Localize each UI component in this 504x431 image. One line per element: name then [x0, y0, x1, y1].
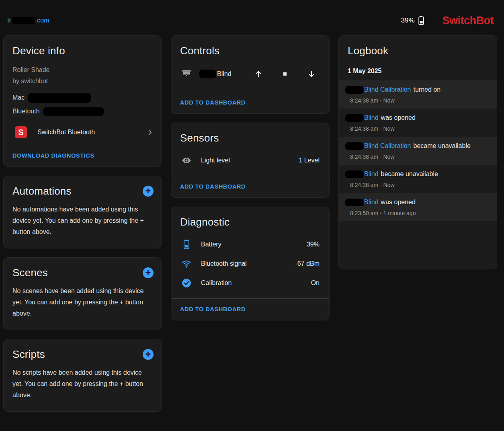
- battery-status: 39%: [401, 15, 424, 26]
- logbook-action: turned on: [414, 85, 441, 94]
- blind-entity-label: Blind: [217, 70, 232, 78]
- roller-shade-icon: [181, 68, 192, 80]
- redacted-entity-prefix: [345, 86, 364, 94]
- logbook-time: 8:24:38 am - Now: [345, 182, 490, 188]
- battery-row[interactable]: Battery 39%: [171, 235, 329, 254]
- logbook-entry: Blind Calibration turned on 8:24:38 am -…: [339, 80, 497, 109]
- diagnostic-name: Calibration: [201, 279, 232, 287]
- mac-label: Mac: [12, 91, 25, 105]
- logbook-entity-link[interactable]: Blind Calibration: [364, 85, 411, 94]
- automations-title: Automations: [12, 185, 72, 197]
- scripts-empty-text: No scripts have been added using this de…: [4, 365, 162, 411]
- right-column: Logbook 1 May 2025 Blind Calibration tur…: [338, 35, 497, 269]
- integration-switchbot-bluetooth[interactable]: S SwitchBot Bluetooth: [4, 120, 162, 145]
- blind-control-row: Blind: [171, 61, 329, 92]
- open-cover-button[interactable]: [250, 66, 266, 82]
- sensor-value: 1 Level: [299, 157, 320, 164]
- logbook-time: 8:24:38 am - Now: [345, 125, 490, 132]
- url-suffix: .com: [35, 17, 49, 24]
- logbook-entity-link[interactable]: Blind: [364, 197, 379, 207]
- top-bar: Ir .com 39% SwitchBot: [0, 0, 504, 35]
- logbook-action: was opened: [381, 113, 416, 123]
- automations-empty-text: No automations have been added using thi…: [4, 201, 162, 248]
- logbook-entry: Blind was opened 8:24:38 am - Now: [339, 109, 497, 137]
- device-info-card: Device info Roller Shade by switchbot Ma…: [3, 35, 162, 167]
- logbook-entry: Blind became unavailable 8:24:38 am - No…: [339, 165, 497, 193]
- diagnostic-title: Diagnostic: [171, 207, 329, 232]
- add-scene-button[interactable]: +: [143, 267, 154, 278]
- logbook-action: became unavailable: [414, 141, 471, 151]
- redacted-entity-prefix: [345, 114, 364, 122]
- eye-icon: [181, 155, 192, 166]
- diagnostic-value: 39%: [307, 241, 320, 248]
- diagnostic-name: Bluetooth signal: [201, 260, 247, 267]
- redacted-mac-address: [28, 93, 91, 103]
- logbook-time: 8:24:38 am - Now: [345, 154, 490, 160]
- device-manufacturer: by switchbot: [12, 76, 153, 87]
- device-info-body: Roller Shade by switchbot Mac Bluetooth: [4, 61, 162, 120]
- battery-icon: [418, 15, 425, 26]
- diagnostic-actions: ADD TO DASHBOARD: [171, 298, 329, 320]
- logbook-entity-link[interactable]: Blind: [364, 113, 379, 123]
- diagnostic-value: -67 dBm: [295, 260, 320, 267]
- redacted-url: [12, 17, 35, 24]
- redacted-entity-prefix: [345, 142, 364, 150]
- bluetooth-signal-icon: [181, 259, 192, 269]
- automations-card: Automations + No automations have been a…: [3, 176, 162, 248]
- battery-percent: 39%: [401, 16, 414, 25]
- calibration-row[interactable]: Calibration On: [171, 273, 329, 293]
- scripts-card: Scripts + No scripts have been added usi…: [3, 339, 162, 412]
- battery-icon: [181, 239, 192, 250]
- sensors-title: Sensors: [171, 123, 329, 148]
- bluetooth-line: Bluetooth: [12, 105, 153, 118]
- scripts-title: Scripts: [12, 348, 45, 361]
- main-grid: Device info Roller Shade by switchbot Ma…: [0, 35, 504, 412]
- redacted-bluetooth-address: [43, 107, 104, 116]
- scenes-title: Scenes: [12, 267, 48, 279]
- mac-line: Mac: [12, 91, 153, 105]
- download-diagnostics-button[interactable]: DOWNLOAD DIAGNOSTICS: [12, 152, 94, 159]
- device-info-actions: DOWNLOAD DIAGNOSTICS: [4, 145, 162, 166]
- bluetooth-label: Bluetooth: [12, 105, 40, 118]
- url-prefix: Ir: [7, 17, 11, 24]
- diagnostic-card: Diagnostic Battery 39%: [171, 207, 330, 320]
- controls-add-to-dashboard-button[interactable]: ADD TO DASHBOARD: [180, 99, 246, 106]
- logbook-date-header: 1 May 2025: [339, 61, 497, 80]
- add-script-button[interactable]: +: [143, 349, 154, 360]
- logbook-entity-link[interactable]: Blind: [364, 169, 379, 179]
- logbook-entries: Blind Calibration turned on 8:24:38 am -…: [339, 80, 497, 221]
- logbook-action: became unavailable: [381, 169, 438, 179]
- middle-column: Controls Blind: [171, 35, 330, 320]
- light-level-row[interactable]: Light level 1 Level: [171, 151, 329, 170]
- logbook-time: 8:23:50 am - 1 minute ago: [345, 210, 490, 216]
- sensor-name: Light level: [201, 157, 230, 164]
- close-cover-button[interactable]: [303, 66, 320, 82]
- switchbot-integration-logo: S: [15, 126, 27, 138]
- sensors-card: Sensors Light level 1 Level ADD TO DASHB…: [171, 123, 330, 198]
- redacted-entity-prefix: [345, 199, 364, 206]
- scenes-card: Scenes + No scenes have been added using…: [3, 257, 162, 330]
- logbook-entry: Blind was opened 8:23:50 am - 1 minute a…: [339, 193, 497, 221]
- diagnostic-add-to-dashboard-button[interactable]: ADD TO DASHBOARD: [180, 306, 246, 312]
- bluetooth-signal-row[interactable]: Bluetooth signal -67 dBm: [171, 254, 329, 273]
- redacted-entity-name: [199, 70, 216, 78]
- switchbot-logo: SwitchBot: [443, 14, 494, 27]
- stop-cover-button[interactable]: [277, 66, 293, 82]
- integration-name: SwitchBot Bluetooth: [37, 129, 140, 136]
- controls-actions: ADD TO DASHBOARD: [171, 92, 329, 113]
- logbook-entry: Blind Calibration became unavailable 8:2…: [339, 137, 497, 165]
- diagnostic-value: On: [311, 279, 320, 287]
- logbook-entity-link[interactable]: Blind Calibration: [364, 141, 411, 151]
- diagnostic-name: Battery: [201, 241, 221, 248]
- page-url-link[interactable]: Ir .com: [7, 17, 49, 24]
- logbook-title: Logbook: [339, 36, 497, 61]
- logbook-action: was opened: [381, 197, 416, 207]
- cover-buttons: [250, 66, 320, 82]
- left-column: Device info Roller Shade by switchbot Ma…: [3, 35, 162, 412]
- calibration-check-icon: [181, 278, 192, 288]
- sensors-add-to-dashboard-button[interactable]: ADD TO DASHBOARD: [180, 183, 246, 190]
- logbook-card: Logbook 1 May 2025 Blind Calibration tur…: [338, 35, 497, 269]
- top-bar-right: 39% SwitchBot: [401, 14, 494, 27]
- add-automation-button[interactable]: +: [143, 186, 154, 197]
- device-info-title: Device info: [4, 36, 162, 61]
